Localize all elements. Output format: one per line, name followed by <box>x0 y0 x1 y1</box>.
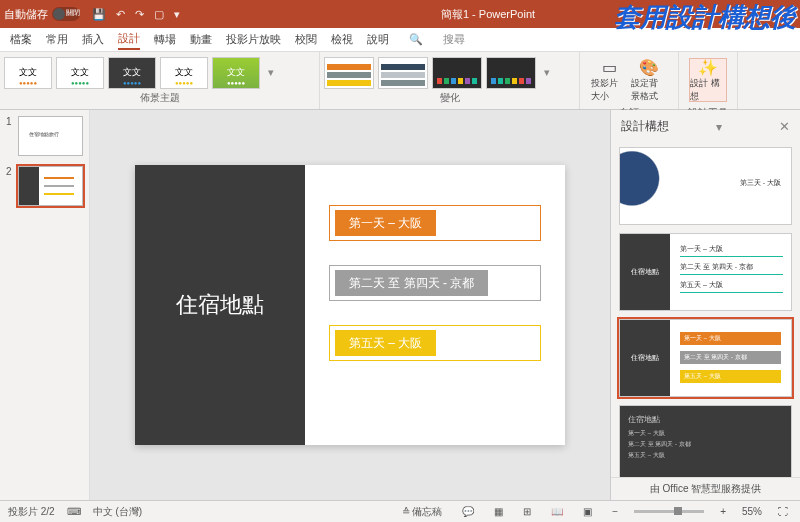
tab-slideshow[interactable]: 投影片放映 <box>226 30 281 49</box>
themes-more-icon[interactable]: ▾ <box>264 66 278 79</box>
design-idea[interactable]: 住宿地點 第一天 – 大阪第二天 至 第四天 - 京都第五天 – 大阪 <box>619 233 792 311</box>
current-slide: 住宿地點 第一天 – 大阪 第二天 至 第四天 - 京都 第五天 – 大阪 <box>135 165 565 445</box>
design-idea[interactable]: 住宿地點 第一天 – 大阪第二天 至 第四天 - 京都第五天 – 大阪 <box>619 405 792 477</box>
undo-icon[interactable]: ↶ <box>116 8 125 21</box>
reading-view-icon[interactable]: 📖 <box>547 506 567 517</box>
normal-view-icon[interactable]: ▦ <box>490 506 507 517</box>
slide-size-button[interactable]: ▭投影片 大小 <box>590 58 628 102</box>
tab-animation[interactable]: 動畫 <box>190 30 212 49</box>
autosave-label: 自動儲存 <box>4 7 48 22</box>
pane-title: 設計構想 <box>621 118 669 135</box>
menu-bar: 檔案 常用 插入 設計 轉場 動畫 投影片放映 校閱 檢視 說明 🔍 搜尋 <box>0 28 800 52</box>
tab-help[interactable]: 說明 <box>367 30 389 49</box>
slideshow-view-icon[interactable]: ▣ <box>579 506 596 517</box>
theme-thumb[interactable]: 文文●●●●● <box>108 57 156 89</box>
tab-file[interactable]: 檔案 <box>10 30 32 49</box>
close-pane-icon[interactable]: ✕ <box>779 119 790 134</box>
design-ideas-button[interactable]: ✨設計 構想 <box>689 58 727 102</box>
variant-thumb[interactable] <box>378 57 428 89</box>
design-ideas-pane: 設計構想 ▾ ✕ 第三天 - 大阪 住宿地點 第一天 – 大阪第二天 至 第四天… <box>610 110 800 500</box>
autosave-toggle[interactable]: 關閉 <box>52 7 80 21</box>
slide-counter[interactable]: 投影片 2/2 <box>8 505 55 519</box>
variant-thumb[interactable] <box>432 57 482 89</box>
variants-more-icon[interactable]: ▾ <box>540 66 554 79</box>
design-ideas-icon: ✨ <box>698 58 718 77</box>
notes-button[interactable]: ≙ 備忘稿 <box>398 505 447 519</box>
tab-view[interactable]: 檢視 <box>331 30 353 49</box>
theme-thumb[interactable]: 文文●●●●● <box>212 57 260 89</box>
start-slideshow-icon[interactable]: ▢ <box>154 8 164 21</box>
format-background-button[interactable]: 🎨設定背 景格式 <box>630 58 668 102</box>
slide-size-icon: ▭ <box>602 58 617 77</box>
slide-thumbnail[interactable]: 2 <box>6 166 83 206</box>
design-idea[interactable]: 第三天 - 大阪 <box>619 147 792 225</box>
tab-home[interactable]: 常用 <box>46 30 68 49</box>
search-label[interactable]: 搜尋 <box>443 32 465 47</box>
theme-thumb[interactable]: 文文●●●●● <box>4 57 52 89</box>
variant-thumb[interactable] <box>486 57 536 89</box>
slide-bullet[interactable]: 第五天 – 大阪 <box>329 325 541 361</box>
title-bar: 自動儲存 關閉 💾 ↶ ↷ ▢ ▾ 簡報1 - PowerPoint <box>0 0 800 28</box>
slide-thumbnail-panel: 1 住宿地點旅行 2 <box>0 110 90 500</box>
design-idea[interactable]: 住宿地點 第一天 – 大阪第二天 至 第四天 - 京都第五天 – 大阪 <box>619 319 792 397</box>
tab-insert[interactable]: 插入 <box>82 30 104 49</box>
zoom-in-button[interactable]: + <box>716 506 730 517</box>
workspace: 1 住宿地點旅行 2 住宿地點 第一天 – 大阪 第二天 至 第四天 - 京都 … <box>0 110 800 500</box>
ribbon: 文文●●●●● 文文●●●●● 文文●●●●● 文文●●●●● 文文●●●●● … <box>0 52 800 110</box>
tab-transition[interactable]: 轉場 <box>154 30 176 49</box>
fit-to-window-icon[interactable]: ⛶ <box>774 506 792 517</box>
zoom-out-button[interactable]: − <box>608 506 622 517</box>
themes-group-label: 佈景主題 <box>4 89 315 105</box>
slide-canvas[interactable]: 住宿地點 第一天 – 大阪 第二天 至 第四天 - 京都 第五天 – 大阪 <box>90 110 610 500</box>
search-icon[interactable]: 🔍 <box>409 33 423 46</box>
language-icon: ⌨ <box>67 506 81 517</box>
slide-bullet[interactable]: 第二天 至 第四天 - 京都 <box>329 265 541 301</box>
sorter-view-icon[interactable]: ⊞ <box>519 506 535 517</box>
pane-footer: 由 Office 智慧型服務提供 <box>611 477 800 500</box>
format-bg-icon: 🎨 <box>639 58 659 77</box>
language-label[interactable]: 中文 (台灣) <box>93 505 142 519</box>
slide-bullet[interactable]: 第一天 – 大阪 <box>329 205 541 241</box>
comments-button[interactable]: 💬 <box>458 506 478 517</box>
status-bar: 投影片 2/2 ⌨ 中文 (台灣) ≙ 備忘稿 💬 ▦ ⊞ 📖 ▣ − + 55… <box>0 500 800 522</box>
save-icon[interactable]: 💾 <box>92 8 106 21</box>
document-title: 簡報1 - PowerPoint <box>180 7 796 22</box>
slide-title[interactable]: 住宿地點 <box>135 165 305 445</box>
theme-thumb[interactable]: 文文●●●●● <box>56 57 104 89</box>
theme-thumb[interactable]: 文文●●●●● <box>160 57 208 89</box>
slide-thumbnail[interactable]: 1 住宿地點旅行 <box>6 116 83 156</box>
pane-dropdown-icon[interactable]: ▾ <box>716 120 722 134</box>
autosave-group: 自動儲存 關閉 <box>4 7 80 22</box>
tab-review[interactable]: 校閱 <box>295 30 317 49</box>
variant-thumb[interactable] <box>324 57 374 89</box>
variants-group-label: 變化 <box>324 89 575 105</box>
redo-icon[interactable]: ↷ <box>135 8 144 21</box>
zoom-slider[interactable] <box>634 510 704 513</box>
zoom-level[interactable]: 55% <box>742 506 762 517</box>
tab-design[interactable]: 設計 <box>118 29 140 50</box>
